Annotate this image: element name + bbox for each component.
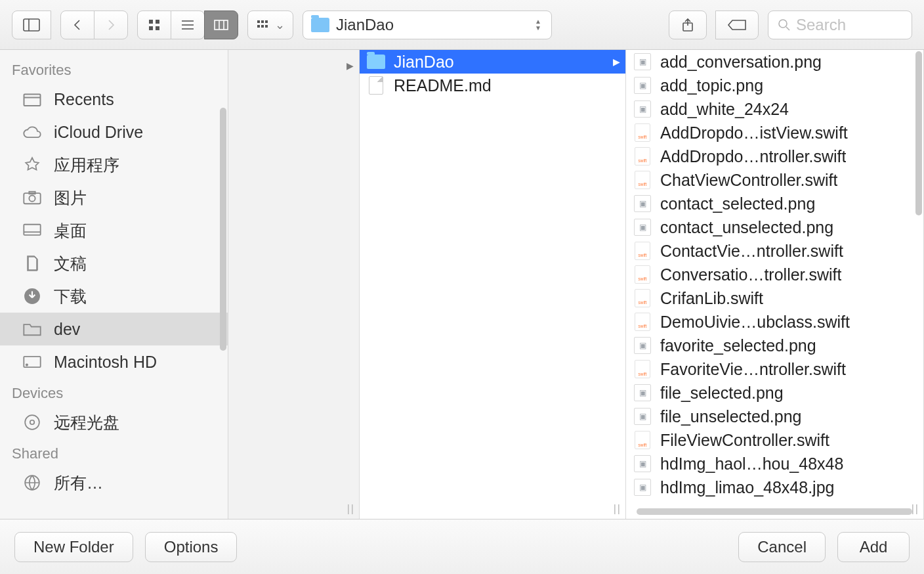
file-name: hdImg_limao_48x48.jpg	[660, 478, 834, 497]
footer: New Folder Options Cancel Add	[0, 519, 924, 574]
path-label: JianDao	[336, 16, 526, 34]
file-name: contact_selected.png	[660, 194, 815, 213]
sidebar-item-label: 所有…	[54, 472, 103, 494]
cancel-button[interactable]: Cancel	[738, 532, 826, 562]
arrange-button[interactable]: ⌄	[247, 11, 293, 39]
file-row[interactable]: ▣add_white_24x24	[626, 97, 923, 121]
photos-icon	[21, 188, 43, 207]
svg-rect-0	[24, 19, 39, 31]
horizontal-scrollbar[interactable]	[637, 508, 912, 515]
column-2[interactable]: ▣add_conversation.png▣add_topic.png▣add_…	[626, 50, 924, 519]
sidebar-item[interactable]: iCloud Drive	[0, 116, 228, 148]
svg-rect-17	[265, 25, 268, 28]
svg-point-24	[29, 196, 35, 202]
folder-icon	[21, 320, 43, 338]
column-browser: ▶ || JianDao▶README.md|| ▣add_conversati…	[228, 50, 924, 519]
svg-rect-4	[149, 26, 153, 30]
new-folder-button[interactable]: New Folder	[14, 532, 133, 562]
column-resize-grip[interactable]: ||	[347, 503, 355, 515]
toggle-sidebar-button[interactable]	[12, 11, 51, 39]
file-row[interactable]: AddDropdo…istView.swift	[626, 121, 923, 144]
file-row[interactable]: ▣file_unselected.png	[626, 405, 923, 428]
file-row[interactable]: ▣hdImg_haol…hou_48x48	[626, 452, 923, 475]
path-popup[interactable]: JianDao ▲▼	[303, 11, 552, 39]
column-resize-grip[interactable]: ||	[912, 503, 919, 515]
svg-rect-26	[24, 225, 40, 235]
list-view-button[interactable]	[171, 11, 205, 39]
image-file-icon: ▣	[633, 455, 652, 472]
file-row[interactable]: ContactVie…ntroller.swift	[626, 239, 923, 263]
icon-view-button[interactable]	[137, 11, 171, 39]
swift-file-icon	[633, 361, 652, 378]
options-button[interactable]: Options	[145, 532, 238, 562]
file-name: ChatViewController.swift	[660, 171, 837, 190]
file-row[interactable]: ▣contact_unselected.png	[626, 215, 923, 239]
image-file-icon: ▣	[633, 77, 652, 94]
file-row[interactable]: ChatViewController.swift	[626, 168, 923, 192]
file-row[interactable]: FavoriteVie…ntroller.swift	[626, 357, 923, 381]
sidebar-item[interactable]: 文稿	[0, 247, 228, 280]
back-button[interactable]	[60, 11, 94, 39]
image-file-icon: ▣	[633, 219, 652, 236]
column-0[interactable]: ▶ ||	[228, 50, 360, 519]
file-row[interactable]: FileViewController.swift	[626, 428, 923, 452]
apps-icon	[21, 156, 43, 174]
disc-icon	[21, 413, 43, 431]
file-row[interactable]: ▣add_topic.png	[626, 74, 923, 97]
search-field[interactable]: Search	[768, 11, 912, 39]
file-row[interactable]: ▣file_selected.png	[626, 381, 923, 405]
sidebar-item[interactable]: dev	[0, 313, 228, 345]
column-1[interactable]: JianDao▶README.md||	[360, 50, 626, 519]
file-row[interactable]: AddDropdo…ntroller.swift	[626, 144, 923, 168]
file-name: favorite_selected.png	[660, 336, 816, 355]
file-row[interactable]: ▣favorite_selected.png	[626, 334, 923, 357]
sidebar-item[interactable]: 桌面	[0, 214, 228, 247]
svg-point-19	[779, 20, 787, 28]
sidebar-item[interactable]: 远程光盘	[0, 406, 228, 439]
sidebar-item[interactable]: Recents	[0, 83, 228, 116]
sidebar-item[interactable]: 所有…	[0, 466, 228, 499]
svg-rect-21	[24, 95, 41, 106]
file-row[interactable]: ▣hdImg_limao_48x48.jpg	[626, 475, 923, 499]
svg-point-31	[25, 415, 39, 430]
column-view-button[interactable]	[204, 11, 238, 39]
add-button[interactable]: Add	[837, 532, 910, 562]
sidebar-item[interactable]: Macintosh HD	[0, 345, 228, 378]
sidebar-section-header: Devices	[0, 378, 228, 406]
hd-icon	[21, 353, 43, 371]
file-name: add_conversation.png	[660, 53, 822, 72]
sidebar-item-label: Macintosh HD	[54, 353, 157, 372]
sidebar-item-label: 图片	[54, 187, 87, 209]
sidebar-item[interactable]: 图片	[0, 181, 228, 214]
search-icon	[778, 18, 791, 32]
forward-button[interactable]	[94, 11, 128, 39]
file-name: ContactVie…ntroller.swift	[660, 242, 843, 261]
svg-rect-16	[261, 25, 264, 28]
image-file-icon: ▣	[633, 195, 652, 212]
file-row[interactable]: JianDao▶	[360, 50, 625, 74]
file-name: hdImg_haol…hou_48x48	[660, 454, 843, 474]
view-group	[137, 11, 238, 39]
docs-icon	[21, 254, 43, 273]
sidebar-scrollbar[interactable]	[220, 108, 226, 351]
file-name: file_selected.png	[660, 384, 784, 403]
column-resize-grip[interactable]: ||	[614, 503, 621, 515]
file-row[interactable]: DemoUivie…ubclass.swift	[626, 310, 923, 334]
file-row[interactable]: Conversatio…troller.swift	[626, 263, 923, 286]
tags-button[interactable]	[715, 11, 759, 39]
sidebar-item-label: 桌面	[54, 220, 87, 242]
svg-rect-14	[265, 20, 268, 23]
file-row[interactable]: ▣contact_selected.png	[626, 192, 923, 215]
file-row[interactable]: ▣add_conversation.png	[626, 50, 923, 74]
file-row[interactable]: CrifanLib.swift	[626, 286, 923, 310]
file-row[interactable]: README.md	[360, 74, 625, 97]
svg-rect-23	[24, 193, 40, 204]
image-file-icon: ▣	[633, 53, 652, 70]
desktop-icon	[21, 221, 43, 240]
folder-icon	[311, 18, 329, 32]
file-name: README.md	[394, 76, 492, 95]
recents-icon	[21, 90, 43, 108]
sidebar-item[interactable]: 应用程序	[0, 148, 228, 181]
sidebar-item[interactable]: 下载	[0, 280, 228, 313]
share-button[interactable]	[669, 11, 707, 39]
